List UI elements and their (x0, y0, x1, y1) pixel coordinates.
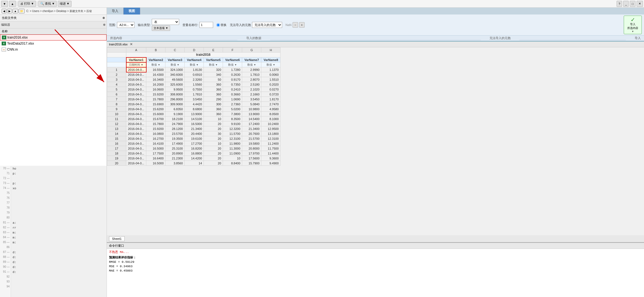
cell-10-g[interactable]: 13.9000 (242, 112, 261, 117)
maximize-button[interactable]: □ (630, 1, 636, 7)
cell-9-e[interactable]: 360 (204, 107, 223, 112)
nav-up[interactable]: ▲ (13, 9, 18, 13)
cell-5-c[interactable]: 9.9500 (165, 87, 185, 92)
cell-11-e[interactable]: 10 (204, 117, 223, 121)
cell-18-d[interactable]: 16.8800 (185, 151, 204, 156)
cell-16-f[interactable]: 11.9800 (223, 141, 242, 146)
cell-2-f[interactable]: 0.2630 (223, 72, 242, 77)
cell-14-d[interactable]: 20.4400 (185, 131, 204, 136)
cell-9-g[interactable]: 10.9800 (242, 107, 261, 112)
cell-3-b[interactable]: 16.3400 (146, 77, 165, 82)
cell-9-b[interactable]: 15.6200 (146, 107, 165, 112)
varname7-header[interactable]: VarName7 (242, 57, 261, 62)
varname8-header[interactable]: VarName8 (261, 57, 281, 62)
cell-11-c[interactable]: 18.2100 (165, 117, 185, 121)
cell-3-a[interactable]: 2016-04-0... (126, 77, 146, 82)
cell-15-e[interactable]: 20 (204, 136, 223, 141)
cell-1-d[interactable]: 1.8130 (185, 67, 204, 72)
toolbar-btn-up[interactable]: ▲ (9, 1, 16, 7)
cell-18-f[interactable]: 11.0900 (223, 151, 242, 156)
nan-minus-btn[interactable]: − (293, 22, 298, 28)
subtype5[interactable]: 数值 ▼ (204, 62, 223, 67)
cell-13-g[interactable]: 21.3400 (242, 126, 261, 131)
cell-5-e[interactable]: 360 (204, 87, 223, 92)
cell-13-h[interactable]: 12.9500 (261, 126, 281, 131)
cell-4-d[interactable]: 1.5560 (185, 82, 204, 87)
cell-17-a[interactable]: 2016-04-0... (126, 146, 146, 151)
cell-18-g[interactable]: 17.9700 (242, 151, 261, 156)
nav-back[interactable]: ◀ (2, 9, 7, 13)
cell-17-d[interactable]: 16.8200 (185, 146, 204, 151)
cell-13-a[interactable]: 2016-04-0... (126, 126, 146, 131)
cell-18-b[interactable]: 17.7500 (146, 151, 165, 156)
cell-2-b[interactable]: 16.4300 (146, 72, 165, 77)
cell-7-e[interactable]: 290 (204, 97, 223, 102)
tab-import[interactable]: 导入 (107, 8, 124, 14)
cell-5-h[interactable]: 0.0270 (261, 87, 281, 92)
cell-10-h[interactable]: 8.0500 (261, 112, 281, 117)
cell-7-d[interactable]: 3.5450 (185, 97, 204, 102)
cell-14-e[interactable]: 30 (204, 131, 223, 136)
col-header-a[interactable]: A (126, 48, 146, 53)
cell-4-f[interactable]: 0.7350 (223, 82, 242, 87)
cell-12-b[interactable]: 15.7800 (146, 121, 165, 126)
cell-6-b[interactable]: 15.9200 (146, 92, 165, 97)
minimize-button[interactable]: _ (623, 1, 629, 7)
cell-7-a[interactable]: 2016-04-0... (126, 97, 146, 102)
cell-19-b[interactable]: 16.6400 (146, 156, 165, 161)
cell-16-h[interactable]: 11.2400 (261, 141, 281, 146)
cell-4-h[interactable]: 0.2020 (261, 82, 281, 87)
cell-3-e[interactable]: 50 (204, 77, 223, 82)
cell-15-c[interactable]: 19.3500 (165, 136, 185, 141)
subtype7[interactable]: 数值 ▼ (242, 62, 261, 67)
cell-18-h[interactable]: 11.4400 (261, 151, 281, 156)
cell-6-d[interactable]: 1.7810 (185, 92, 204, 97)
cell-14-h[interactable]: 13.1800 (261, 131, 281, 136)
import-action-button[interactable]: ✓ 导入 所选内容 ▼ (624, 16, 642, 34)
unimportable-select[interactable]: 无法导入的元胞 (252, 22, 282, 28)
cell-11-a[interactable]: 2016-04-0... (126, 117, 146, 121)
cell-15-h[interactable]: 12.3100 (261, 136, 281, 141)
cell-10-b[interactable]: 15.6000 (146, 112, 165, 117)
cell-20-f[interactable]: 8.8400 (223, 161, 242, 166)
cell-3-g[interactable]: 2.8070 (242, 77, 261, 82)
cell-6-c[interactable]: 308.8000 (165, 92, 185, 97)
cell-7-g[interactable]: 3.5450 (242, 97, 261, 102)
cell-10-e[interactable]: 360 (204, 112, 223, 117)
subtype6[interactable]: 数值 ▼ (223, 62, 242, 67)
cell-1-a[interactable]: 2016-04-0... (126, 67, 146, 72)
close-button[interactable]: ✕ (637, 1, 643, 7)
nan-plus-btn[interactable]: + (299, 22, 305, 28)
col-header-b[interactable]: B (146, 48, 165, 53)
cell-4-g[interactable]: 2.5180 (242, 82, 261, 87)
sheet1-tab[interactable]: Sheet1 (109, 236, 125, 241)
cell-10-a[interactable]: 2016-04-0... (126, 112, 146, 117)
cell-5-d[interactable]: 0.7550 (185, 87, 204, 92)
help-button[interactable]: ? (617, 1, 622, 7)
cell-10-d[interactable]: 13.9000 (185, 112, 204, 117)
cell-10-f[interactable]: 7.3800 (223, 112, 242, 117)
subtype3[interactable]: 数值 ▼ (165, 62, 185, 67)
cell-3-c[interactable]: 49.5600 (165, 77, 185, 82)
col-header-g[interactable]: G (242, 48, 261, 53)
subtype4[interactable]: 数值 ▼ (185, 62, 204, 67)
cell-7-h[interactable]: 1.8170 (261, 97, 281, 102)
cell-2-e[interactable]: 340 (204, 72, 223, 77)
varname2-header[interactable]: VarName2 (146, 57, 165, 62)
cell-1-f[interactable]: 1.7280 (223, 67, 242, 72)
file-item-cnn[interactable]: m CNN.m (0, 46, 107, 53)
cell-18-a[interactable]: 2016-04-0... (126, 151, 146, 156)
cell-19-g[interactable]: 17.5600 (242, 156, 261, 161)
cell-18-e[interactable]: 20 (204, 151, 223, 156)
col-header-d[interactable]: D (185, 48, 204, 53)
nav-browse[interactable]: 📁 (19, 9, 25, 13)
cell-14-b[interactable]: 16.0800 (146, 131, 165, 136)
cell-16-c[interactable]: 17.4900 (165, 141, 185, 146)
cell-8-a[interactable]: 2016-04-0... (126, 102, 146, 107)
cell-1-c[interactable]: 324.1000 (165, 67, 185, 72)
cell-2-c[interactable]: 340.6000 (165, 72, 185, 77)
subtype1[interactable]: 日期时间 ▼ (126, 62, 146, 67)
cell-17-b[interactable]: 16.5000 (146, 146, 165, 151)
cell-6-e[interactable]: 360 (204, 92, 223, 97)
command-window-content[interactable]: 不熟悉 MA... 预测结果评价指标： RMSE = 0.59129 MSE =… (107, 249, 644, 297)
